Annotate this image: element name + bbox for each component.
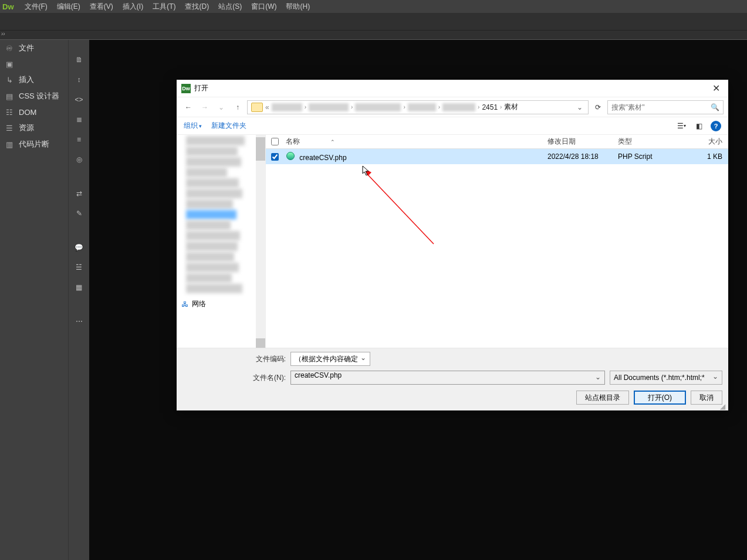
menu-help[interactable]: 帮助(H)	[281, 2, 315, 12]
menu-tools[interactable]: 工具(T)	[148, 2, 180, 12]
column-name[interactable]: 名称 ⌃	[283, 137, 547, 147]
tool-updown-icon[interactable]: ↕	[73, 74, 85, 86]
panel-item-css[interactable]: ▤CSS 设计器	[0, 88, 68, 104]
menu-window[interactable]: 窗口(W)	[246, 2, 281, 12]
dialog-close-button[interactable]: ✕	[709, 83, 724, 94]
column-type[interactable]: 类型	[618, 137, 684, 147]
sort-arrow-icon: ⌃	[330, 139, 335, 145]
tool-expand-icon[interactable]: ⇄	[73, 188, 85, 199]
breadcrumb-part1[interactable]: 2451	[482, 103, 498, 111]
open-file-dialog: Dw 打开 ✕ ← → ⌄ ↑ « › › › › › 2451 › 素材 ⌄	[177, 80, 728, 410]
tab-handle: ››	[0, 30, 747, 40]
preview-pane-button[interactable]: ◧	[693, 121, 705, 131]
help-button[interactable]: ?	[711, 121, 721, 131]
file-size: 1 KB	[684, 152, 728, 161]
dialog-footer: 文件编码: （根据文件内容确定 文件名(N): createCSV.php Al…	[177, 348, 728, 410]
tool-more-icon[interactable]: ⋯	[73, 315, 85, 327]
vertical-toolbar: 🗎 ↕ <> ≣ ≡ ◎ ⇄ ✎ 💬 ☱ ▦ ⋯	[68, 40, 89, 560]
list-header[interactable]: 名称 ⌃ 修改日期 类型 大小	[266, 135, 728, 149]
file-date: 2022/4/28 18:18	[547, 152, 618, 161]
filename-input[interactable]: createCSV.php	[290, 371, 605, 385]
assets-icon: ☰	[5, 123, 14, 133]
tool-code-icon[interactable]: <>	[73, 94, 85, 106]
panel-item-files[interactable]: ♾文件	[0, 40, 68, 56]
panel-item-dom[interactable]: ☷DOM	[0, 104, 68, 120]
tool-target-icon[interactable]: ◎	[73, 154, 85, 165]
resize-grip[interactable]: ◢	[720, 402, 727, 409]
filetype-select[interactable]: All Documents (*.htm;*.html;*	[610, 371, 722, 385]
dialog-nav: ← → ⌄ ↑ « › › › › › 2451 › 素材 ⌄ ⟳ 🔍	[177, 97, 728, 117]
select-all-checkbox[interactable]	[271, 138, 279, 145]
tool-grid-icon[interactable]: ▦	[73, 281, 85, 293]
app-logo: Dw	[2, 2, 14, 11]
dialog-app-icon: Dw	[181, 84, 191, 93]
tree-network[interactable]: 🖧 网络	[177, 297, 265, 311]
row-checkbox[interactable]	[271, 153, 279, 161]
column-size[interactable]: 大小	[684, 137, 728, 147]
new-folder-button[interactable]: 新建文件夹	[211, 121, 246, 131]
search-box[interactable]: 🔍	[607, 100, 724, 114]
panel-item-assets[interactable]: ☰资源	[0, 120, 68, 136]
css-icon: ▤	[5, 91, 14, 101]
dialog-title: 打开	[194, 83, 208, 93]
network-icon: 🖧	[181, 300, 188, 308]
menu-find[interactable]: 查找(D)	[180, 2, 214, 12]
tool-magic-icon[interactable]: ✎	[73, 208, 85, 219]
menu-file[interactable]: 文件(F)	[20, 2, 52, 12]
app-menubar: Dw 文件(F) 编辑(E) 查看(V) 插入(I) 工具(T) 查找(D) 站…	[0, 0, 747, 13]
tool-layers-icon[interactable]: ☱	[73, 262, 85, 273]
site-root-button[interactable]: 站点根目录	[576, 391, 629, 405]
search-icon: 🔍	[711, 103, 719, 111]
view-mode-button[interactable]: ☰ ▾	[675, 121, 687, 131]
file-name: createCSV.php	[299, 154, 346, 162]
folder-icon	[251, 103, 263, 112]
column-date[interactable]: 修改日期	[547, 137, 618, 147]
tool-comment-icon[interactable]: 💬	[73, 242, 85, 253]
dialog-titlebar: Dw 打开 ✕	[177, 80, 728, 97]
folder-tree[interactable]: 🖧 网络	[177, 135, 266, 348]
encoding-label: 文件编码:	[182, 354, 286, 364]
tree-scrollbar[interactable]	[256, 135, 265, 348]
panel-item-images[interactable]: ▣	[0, 56, 68, 72]
filename-label: 文件名(N):	[182, 373, 286, 383]
menu-edit[interactable]: 编辑(E)	[52, 2, 85, 12]
nav-back-button[interactable]: ←	[181, 100, 195, 114]
left-panel: ♾文件 ▣ ↳插入 ▤CSS 设计器 ☷DOM ☰资源 ▥代码片断	[0, 40, 68, 560]
nav-forward-button[interactable]: →	[198, 100, 212, 114]
search-input[interactable]	[611, 103, 711, 111]
encoding-select[interactable]: （根据文件内容确定	[290, 352, 370, 366]
open-button[interactable]: 打开(O)	[634, 391, 686, 405]
snippet-icon: ▥	[5, 140, 14, 149]
sub-toolbar	[0, 13, 747, 30]
breadcrumb-part2[interactable]: 素材	[504, 102, 518, 112]
breadcrumb[interactable]: « › › › › › 2451 › 素材 ⌄	[247, 100, 589, 114]
menu-view[interactable]: 查看(V)	[85, 2, 118, 12]
panel-item-snippets[interactable]: ▥代码片断	[0, 136, 68, 152]
menu-site[interactable]: 站点(S)	[214, 2, 246, 12]
tool-list-icon[interactable]: ≣	[73, 114, 85, 125]
tool-align-icon[interactable]: ≡	[73, 134, 85, 145]
tool-doc-icon[interactable]: 🗎	[73, 54, 85, 66]
nav-recent-button[interactable]: ⌄	[214, 100, 228, 114]
organize-button[interactable]: 组织 ▾	[184, 121, 202, 131]
tree-icon: ♾	[5, 43, 14, 53]
menu-insert[interactable]: 插入(I)	[118, 2, 148, 12]
file-type: PHP Script	[618, 152, 684, 161]
panel-item-insert[interactable]: ↳插入	[0, 72, 68, 88]
nav-up-button[interactable]: ↑	[231, 100, 245, 114]
file-list: 名称 ⌃ 修改日期 类型 大小 createCSV.php 2022/4/28 …	[266, 135, 728, 348]
breadcrumb-dropdown-icon[interactable]: ⌄	[575, 103, 584, 111]
file-row[interactable]: createCSV.php 2022/4/28 18:18 PHP Script…	[266, 149, 728, 164]
dialog-toolbar: 组织 ▾ 新建文件夹 ☰ ▾ ◧ ?	[177, 117, 728, 135]
refresh-button[interactable]: ⟳	[591, 100, 605, 114]
image-icon: ▣	[5, 59, 14, 69]
php-file-icon	[286, 152, 295, 160]
insert-icon: ↳	[5, 75, 14, 84]
dom-icon: ☷	[5, 107, 14, 117]
dropdown-icon: ▾	[199, 123, 202, 129]
cancel-button[interactable]: 取消	[691, 391, 722, 405]
